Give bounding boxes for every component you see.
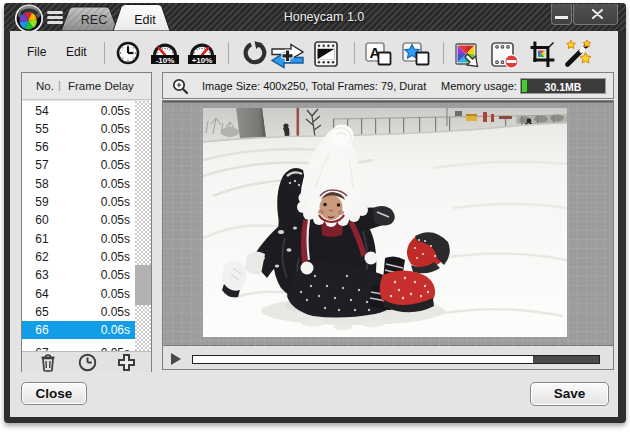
svg-text:+10%: +10% [192, 56, 213, 64]
svg-text:REC: REC [81, 13, 107, 27]
svg-text:Edit: Edit [134, 13, 156, 27]
svg-text:-10%: -10% [156, 56, 175, 64]
